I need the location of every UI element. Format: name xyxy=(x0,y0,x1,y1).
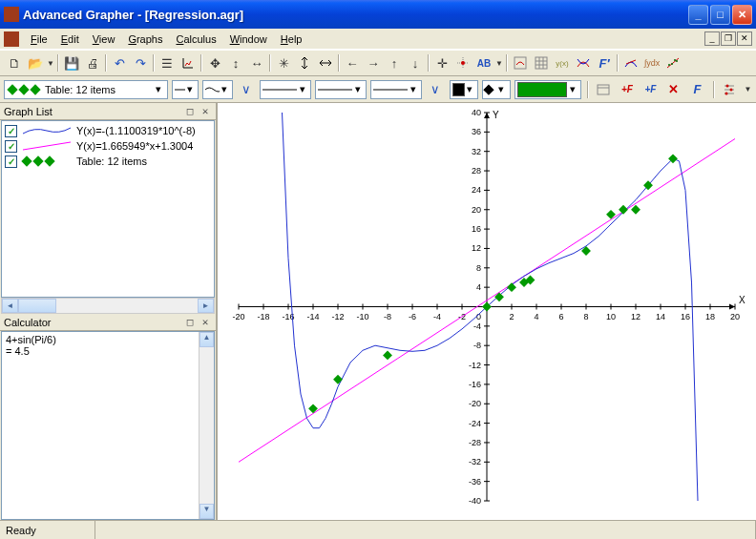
svg-text:-40: -40 xyxy=(469,496,481,506)
curve-style-icon[interactable]: ∨ xyxy=(237,79,256,100)
properties-icon[interactable] xyxy=(594,79,613,100)
arrow-down-icon[interactable]: ↓ xyxy=(405,52,426,73)
panel-float-icon[interactable]: □ xyxy=(183,105,197,117)
print-button[interactable]: 🖨 xyxy=(82,52,103,73)
undo-button[interactable]: ↶ xyxy=(109,52,130,73)
arrow-up-icon[interactable]: ↑ xyxy=(384,52,405,73)
svg-text:28: 28 xyxy=(472,166,481,176)
trace-icon[interactable] xyxy=(452,52,473,73)
mdi-close-button[interactable]: ✕ xyxy=(737,31,752,46)
zoom-vert-icon[interactable] xyxy=(294,52,315,73)
dash2-selector[interactable]: ▾ xyxy=(315,80,367,99)
dropdown-icon[interactable]: ▼ xyxy=(46,52,55,73)
list-button[interactable]: ☰ xyxy=(157,52,178,73)
dash1-selector[interactable]: ▾ xyxy=(260,80,311,99)
svg-point-16 xyxy=(730,88,733,91)
settings-icon[interactable] xyxy=(720,79,739,100)
text-label-button[interactable]: AB xyxy=(473,52,494,73)
checkbox[interactable]: ✓ xyxy=(5,140,17,153)
horizontal-scrollbar[interactable]: ◄► xyxy=(1,298,215,314)
pan-horiz-icon[interactable]: ↔ xyxy=(246,52,267,73)
svg-text:10: 10 xyxy=(606,312,616,321)
mdi-minimize-button[interactable]: _ xyxy=(704,31,720,46)
redo-button[interactable]: ↷ xyxy=(130,52,151,73)
arrow-left-icon[interactable]: ← xyxy=(342,52,363,73)
svg-text:20: 20 xyxy=(472,205,481,215)
svg-rect-115 xyxy=(619,205,628,215)
fill-square-selector[interactable]: ▾ xyxy=(450,80,478,99)
regression-icon[interactable] xyxy=(662,52,683,73)
integral-button[interactable]: ∫ydx xyxy=(641,52,662,73)
marker-v-icon[interactable]: ∨ xyxy=(426,79,445,100)
pan-vert-icon[interactable]: ↕ xyxy=(225,52,246,73)
list-item-label: Table: 12 items xyxy=(76,155,147,167)
linewidth-selector[interactable]: ▾ xyxy=(172,80,199,99)
add-graph-button[interactable] xyxy=(510,52,531,73)
calculator-text[interactable]: 4+sin(Pi/6) = 4.5 ▲ ▼ xyxy=(1,331,215,520)
calculator-panel: 4+sin(Pi/6) = 4.5 ▲ ▼ xyxy=(0,331,216,520)
new-button[interactable]: 🗋 xyxy=(4,52,25,73)
svg-text:-8: -8 xyxy=(384,312,391,321)
move-button[interactable]: ✥ xyxy=(204,52,225,73)
svg-text:18: 18 xyxy=(705,312,715,321)
dropdown-icon[interactable]: ▼ xyxy=(744,79,752,100)
menu-file[interactable]: File xyxy=(25,31,53,47)
derivative-button[interactable]: F′ xyxy=(594,52,615,73)
menu-help[interactable]: Help xyxy=(275,31,308,47)
menu-view[interactable]: View xyxy=(87,31,121,47)
list-item[interactable]: ✓ Table: 12 items xyxy=(2,154,214,169)
svg-text:36: 36 xyxy=(472,127,481,136)
doc-icon xyxy=(4,31,19,47)
svg-text:24: 24 xyxy=(472,185,481,195)
svg-text:40: 40 xyxy=(472,108,481,117)
arrow-right-icon[interactable]: → xyxy=(363,52,384,73)
svg-text:4: 4 xyxy=(534,312,538,321)
graph-selector[interactable]: Table: 12 items ▾ xyxy=(4,80,168,99)
svg-text:-10: -10 xyxy=(356,312,368,321)
color-selector[interactable]: ▾ xyxy=(514,80,581,99)
svg-text:-4: -4 xyxy=(473,321,481,331)
checkbox[interactable]: ✓ xyxy=(5,125,17,137)
marker-shape-selector[interactable]: ▾ xyxy=(482,80,511,99)
axes-button[interactable] xyxy=(178,52,199,73)
mdi-restore-button[interactable]: ❐ xyxy=(721,31,736,46)
vertical-scrollbar[interactable]: ▲ ▼ xyxy=(199,332,214,519)
svg-point-17 xyxy=(725,92,728,94)
tangent-icon[interactable] xyxy=(620,52,641,73)
panel-close-icon[interactable]: ✕ xyxy=(199,316,212,328)
menu-calculus[interactable]: Calculus xyxy=(170,31,221,47)
dropdown-icon[interactable]: ▼ xyxy=(494,52,504,73)
panel-close-icon[interactable]: ✕ xyxy=(199,105,212,117)
close-button[interactable]: ✕ xyxy=(732,5,752,25)
save-button[interactable]: 💾 xyxy=(61,52,82,73)
svg-text:2: 2 xyxy=(509,312,514,321)
add-function-button[interactable]: +F xyxy=(618,79,637,100)
dup-function-button[interactable]: +F xyxy=(640,79,660,100)
zoom-fit-icon[interactable]: ✳ xyxy=(273,52,294,73)
svg-text:-28: -28 xyxy=(469,438,481,447)
svg-text:-32: -32 xyxy=(469,457,481,466)
svg-text:8: 8 xyxy=(583,312,588,321)
graph-list[interactable]: ✓ Y(x)=-(1.1100319*10^(-8) ✓ Y(x)=1.6659… xyxy=(1,120,215,298)
dash3-selector[interactable]: ▾ xyxy=(370,80,422,99)
list-item[interactable]: ✓ Y(x)=1.665949*x+1.3004 xyxy=(2,138,214,154)
delete-button[interactable]: ✕ xyxy=(664,79,683,100)
linestyle-wave[interactable]: ▾ xyxy=(202,80,233,99)
function-f-button[interactable]: F xyxy=(687,79,706,100)
graph-canvas[interactable]: XY-20-18-16-14-12-10-8-6-4-2246810121416… xyxy=(218,103,756,520)
menu-edit[interactable]: Edit xyxy=(55,31,85,47)
intersect-icon[interactable] xyxy=(573,52,594,73)
yfx-button[interactable]: y(x) xyxy=(552,52,573,73)
crosshair-icon[interactable]: ✛ xyxy=(431,52,452,73)
panel-float-icon[interactable]: □ xyxy=(183,316,197,328)
menu-graphs[interactable]: Graphs xyxy=(122,31,168,47)
checkbox[interactable]: ✓ xyxy=(5,155,17,168)
table-button[interactable] xyxy=(531,52,552,73)
menu-window[interactable]: Window xyxy=(224,31,273,47)
zoom-horiz-icon[interactable] xyxy=(315,52,336,73)
svg-text:-6: -6 xyxy=(409,312,416,321)
list-item[interactable]: ✓ Y(x)=-(1.1100319*10^(-8) xyxy=(2,123,214,138)
maximize-button[interactable]: □ xyxy=(710,5,730,25)
open-button[interactable]: 📂 xyxy=(25,52,46,73)
minimize-button[interactable]: _ xyxy=(688,5,708,25)
